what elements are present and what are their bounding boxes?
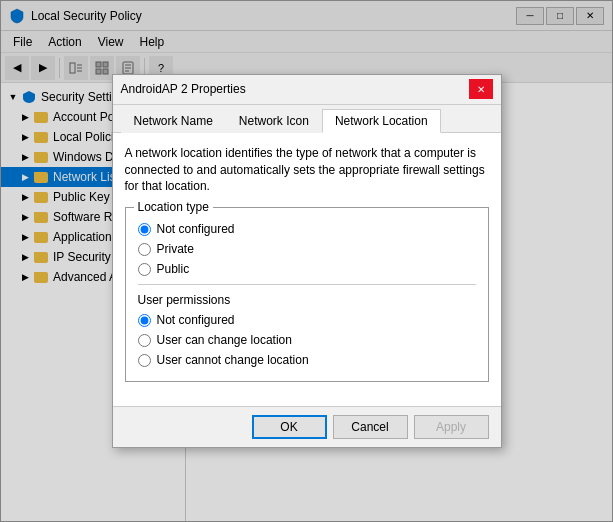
tab-network-name[interactable]: Network Name <box>121 109 226 133</box>
user-permissions-title: User permissions <box>138 293 476 307</box>
location-type-group: Location type Not configured Private Pub… <box>125 207 489 382</box>
location-public-label: Public <box>157 262 190 276</box>
perm-not-configured-option[interactable]: Not configured <box>138 313 476 327</box>
perm-cannot-change-label: User cannot change location <box>157 353 309 367</box>
dialog-close-button[interactable]: ✕ <box>469 79 493 99</box>
dialog: AndroidAP 2 Properties ✕ Network Name Ne… <box>112 74 502 448</box>
user-permissions-section: User permissions Not configured User can… <box>138 293 476 367</box>
dialog-content: A network location identifies the type o… <box>113 133 501 406</box>
modal-overlay: AndroidAP 2 Properties ✕ Network Name Ne… <box>0 0 613 522</box>
perm-can-change-radio[interactable] <box>138 334 151 347</box>
location-not-configured-label: Not configured <box>157 222 235 236</box>
tab-network-icon[interactable]: Network Icon <box>226 109 322 133</box>
perm-can-change-option[interactable]: User can change location <box>138 333 476 347</box>
location-public-radio[interactable] <box>138 263 151 276</box>
tab-network-location[interactable]: Network Location <box>322 109 441 133</box>
cancel-button[interactable]: Cancel <box>333 415 408 439</box>
group-divider <box>138 284 476 285</box>
tab-bar: Network Name Network Icon Network Locati… <box>113 105 501 133</box>
location-not-configured-option[interactable]: Not configured <box>138 222 476 236</box>
location-private-option[interactable]: Private <box>138 242 476 256</box>
apply-button[interactable]: Apply <box>414 415 489 439</box>
location-type-title: Location type <box>134 200 213 214</box>
ok-button[interactable]: OK <box>252 415 327 439</box>
perm-cannot-change-radio[interactable] <box>138 354 151 367</box>
location-public-option[interactable]: Public <box>138 262 476 276</box>
dialog-title: AndroidAP 2 Properties <box>121 82 469 96</box>
location-type-options: Not configured Private Public <box>138 222 476 276</box>
dialog-footer: OK Cancel Apply <box>113 406 501 447</box>
location-private-radio[interactable] <box>138 243 151 256</box>
perm-not-configured-label: Not configured <box>157 313 235 327</box>
dialog-description: A network location identifies the type o… <box>125 145 489 195</box>
location-not-configured-radio[interactable] <box>138 223 151 236</box>
perm-cannot-change-option[interactable]: User cannot change location <box>138 353 476 367</box>
perm-not-configured-radio[interactable] <box>138 314 151 327</box>
dialog-title-bar: AndroidAP 2 Properties ✕ <box>113 75 501 105</box>
location-private-label: Private <box>157 242 194 256</box>
perm-can-change-label: User can change location <box>157 333 292 347</box>
